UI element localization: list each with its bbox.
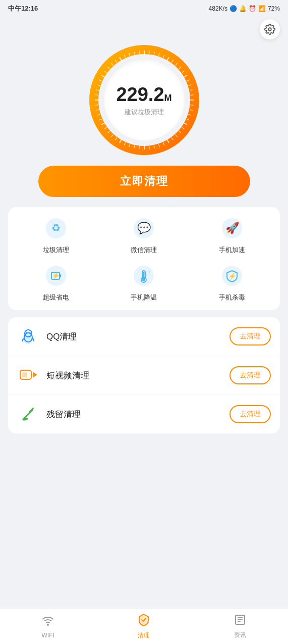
feature-item-trash[interactable]: ♻ 垃圾清理 [12,215,100,255]
clean-now-button[interactable]: 立即清理 [38,166,250,197]
svg-point-84 [29,332,31,334]
list-card: QQ清理 去清理 短视频清理 去清理 [8,317,280,433]
svg-line-45 [96,110,99,110]
svg-line-22 [183,122,187,125]
nav-label-clean: 清理 [138,631,150,640]
svg-line-49 [96,90,99,90]
svg-line-24 [179,131,181,133]
svg-line-25 [175,134,177,136]
network-speed: 482K/s [209,5,227,12]
svg-line-30 [154,145,154,148]
svg-line-88 [23,410,32,419]
svg-line-18 [190,105,193,106]
qq-clean-button[interactable]: 去清理 [229,327,271,345]
svg-line-19 [189,110,192,110]
svg-line-61 [139,51,139,54]
battery-text: 72% [268,5,280,12]
feature-label-battery: 超级省电 [43,293,69,302]
svg-line-55 [111,63,113,65]
svg-line-40 [107,131,109,133]
thermometer-icon: + [131,263,157,289]
boost-icon: 🚀 [219,215,245,241]
status-time: 中午12:16 [8,4,38,13]
svg-line-50 [97,85,100,86]
feature-card: ♻ 垃圾清理 💬 微信清理 [8,207,280,310]
trash-icon: ♻ [43,215,69,241]
svg-line-31 [149,146,149,149]
battery-icon: ⚡ [43,263,69,289]
feature-item-cool[interactable]: + 手机降温 [100,263,188,302]
gauge-value-display: 229.2 M [116,84,171,106]
svg-line-59 [129,53,130,56]
feature-label-antivirus: 手机杀毒 [219,293,245,302]
svg-rect-70 [60,274,61,277]
status-bar: 中午12:16 482K/s 🔵 🔔 ⏰ 📶 72% [0,0,288,15]
svg-line-5 [158,53,159,56]
svg-point-83 [26,332,28,334]
svg-line-42 [101,122,106,125]
gauge-number: 229.2 [116,84,164,106]
shortvideo-label: 短视频清理 [46,370,229,381]
svg-line-27 [166,138,169,143]
svg-line-4 [154,52,154,55]
alarm-icon: ⏰ [249,5,256,12]
svg-text:⚡: ⚡ [52,272,60,279]
svg-text:+: + [148,269,151,275]
shortvideo-clean-button[interactable]: 去清理 [229,366,271,384]
nav-item-clean[interactable]: 清理 [96,609,192,644]
svg-line-13 [187,80,189,81]
svg-rect-87 [22,372,27,377]
qq-icon [17,325,39,348]
feature-item-antivirus[interactable]: ⚡ 手机杀毒 [188,263,276,302]
nav-item-news[interactable]: 资讯 [192,609,288,644]
list-item-qq: QQ清理 去清理 [8,317,280,356]
svg-line-36 [124,142,125,145]
residue-icon [17,403,39,425]
svg-marker-86 [33,372,37,377]
svg-line-15 [189,90,192,90]
svg-line-12 [183,75,187,78]
news-nav-icon [234,614,246,629]
status-icons: 482K/s 🔵 🔔 ⏰ 📶 72% [209,5,280,12]
svg-line-53 [104,71,106,73]
svg-line-21 [187,119,189,120]
svg-point-0 [268,28,271,31]
residue-clean-button[interactable]: 去清理 [229,405,271,423]
svg-line-52 [101,75,106,78]
wifi-nav-icon [42,615,54,630]
svg-text:♻: ♻ [51,222,61,233]
gauge-container: 229.2 M 建议垃圾清理 [8,44,280,156]
settings-button[interactable] [260,19,280,39]
signal-icon: 📶 [258,5,266,12]
gauge-unit: M [164,93,172,104]
qq-label: QQ清理 [46,331,229,342]
svg-line-38 [115,137,117,140]
svg-line-57 [120,57,122,62]
svg-line-3 [149,51,149,54]
bottom-nav: WIFI 清理 资讯 [0,609,288,644]
feature-item-boost[interactable]: 🚀 手机加速 [188,215,276,255]
svg-line-34 [134,145,134,148]
list-item-shortvideo: 短视频清理 去清理 [8,356,280,395]
svg-line-29 [158,144,159,147]
svg-text:🚀: 🚀 [225,221,239,235]
nav-item-wifi[interactable]: WIFI [0,609,96,644]
svg-line-14 [188,85,191,86]
svg-line-11 [182,71,184,73]
feature-item-battery[interactable]: ⚡ 超级省电 [12,263,100,302]
svg-line-41 [104,127,106,129]
bottom-spacer [8,440,280,481]
antivirus-icon: ⚡ [219,263,245,289]
svg-line-56 [115,60,117,63]
svg-line-43 [99,119,101,120]
feature-label-boost: 手机加速 [219,245,245,255]
feature-item-wechat[interactable]: 💬 微信清理 [100,215,188,255]
svg-line-8 [171,60,174,63]
clean-nav-icon [137,613,150,629]
list-item-residue: 残留清理 去清理 [8,395,280,433]
svg-line-60 [134,52,134,55]
svg-text:⚡: ⚡ [228,272,236,280]
svg-line-28 [163,142,164,145]
svg-line-37 [120,138,122,143]
svg-line-54 [107,67,109,69]
